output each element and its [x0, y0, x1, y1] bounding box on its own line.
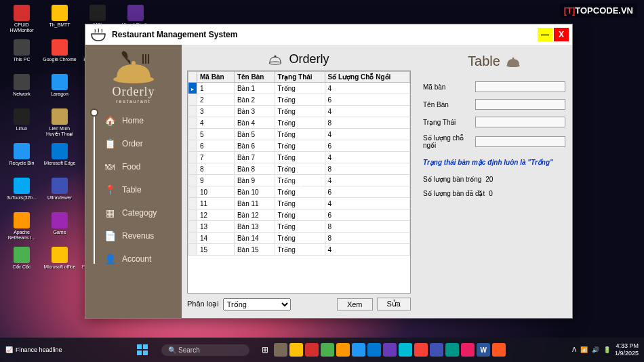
table-row[interactable]: 14Bàn 14Trống8 [188, 233, 410, 244]
desktop-icon[interactable]: 3uTools(32b... [5, 178, 39, 208]
taskbar-search[interactable]: 🔍 Search [161, 344, 249, 356]
table-row[interactable]: 9Bàn 9Trống4 [188, 175, 410, 186]
cell: 3 [197, 106, 235, 117]
table-row[interactable]: 5Bàn 5Trống4 [188, 129, 410, 140]
input-so-luong[interactable] [475, 136, 565, 147]
taskbar-app-6[interactable] [383, 343, 397, 357]
system-tray[interactable]: ᐱ 📶 🔊 🔋 4:33 PM 1/9/2025 [572, 342, 639, 357]
nav-item-home[interactable]: 🏠Home [91, 109, 182, 132]
desktop-icon[interactable]: This PC [5, 39, 39, 70]
desktop-icon[interactable]: Recycle Bin [5, 143, 39, 174]
table-row[interactable]: 11Bàn 11Trống4 [188, 198, 410, 209]
taskbar-app-7[interactable] [399, 343, 412, 357]
taskbar-app-2[interactable] [305, 343, 319, 357]
minimize-button[interactable]: — [538, 28, 552, 41]
start-button[interactable] [135, 342, 150, 357]
taskbar-app-4[interactable] [336, 343, 350, 357]
taskbar-app-9[interactable] [445, 343, 459, 357]
taskbar-clock[interactable]: 4:33 PM 1/9/2025 [615, 342, 639, 357]
column-header[interactable]: Trạng Thái [275, 72, 325, 83]
desktop-icon[interactable]: Th_BMTT [43, 5, 77, 35]
cell: Bàn 11 [234, 198, 275, 209]
app-titlebar[interactable]: Restaurant Management System — X [85, 24, 572, 45]
taskbar-app-10[interactable] [461, 343, 475, 357]
nav-item-order[interactable]: 📋Order [91, 132, 182, 155]
taskbar-app-5[interactable] [352, 343, 365, 357]
volume-icon[interactable]: 🔊 [592, 346, 599, 353]
desktop-icon[interactable]: Google Chrome [43, 39, 77, 70]
table-row[interactable]: 8Bàn 8Trống8 [188, 163, 410, 175]
table-row[interactable]: 1Bàn 1Trống4 [188, 83, 410, 94]
taskbar-edge-icon[interactable] [367, 343, 381, 357]
filter-select[interactable]: Trống [223, 298, 291, 310]
svg-point-1 [132, 61, 136, 65]
news-icon: 📈 [5, 346, 13, 353]
cell: Bàn 4 [234, 117, 275, 129]
nav-item-account[interactable]: 👤Account [91, 247, 182, 270]
tables-datagrid[interactable]: Mã BànTên BànTrạng TháiSố Lượng Chỗ Ngồi… [187, 71, 411, 294]
table-row[interactable]: 12Bàn 12Trống6 [188, 209, 410, 221]
sidebar-nav: 🏠Home📋Order🍽Food📍Table▦Categogy📄Revenus👤… [85, 109, 182, 270]
desktop-icon[interactable]: Network [5, 74, 39, 104]
nav-item-table[interactable]: 📍Table [91, 178, 182, 201]
table-row[interactable]: 2Bàn 2Trống6 [188, 94, 410, 106]
taskbar-app-11[interactable] [492, 343, 506, 357]
column-header[interactable]: Tên Bàn [234, 72, 275, 83]
column-header[interactable]: Số Lượng Chỗ Ngồi [325, 72, 409, 83]
wifi-icon[interactable]: 📶 [580, 346, 588, 353]
cell: 6 [325, 140, 409, 152]
table-row[interactable]: 13Bàn 13Trống8 [188, 221, 410, 233]
desktop-icon[interactable]: Liên Minh Huyền Thoại [43, 108, 77, 139]
desktop-icon[interactable]: Microsoft office [43, 247, 77, 277]
table-row[interactable]: 6Bàn 6Trống6 [188, 140, 410, 152]
table-row[interactable]: 15Bàn 15Trống4 [188, 244, 410, 256]
nav-item-revenue[interactable]: 📄Revenus [91, 224, 182, 247]
cell: Bàn 5 [234, 129, 275, 140]
battery-icon[interactable]: 🔋 [603, 346, 611, 353]
table-row[interactable]: 3Bàn 3Trống4 [188, 106, 410, 117]
taskbar-app-1[interactable] [274, 343, 287, 357]
taskbar-explorer-icon[interactable] [289, 343, 303, 357]
task-view-icon[interactable]: ⊞ [258, 343, 272, 357]
input-ma-ban[interactable] [475, 81, 565, 92]
tray-chevron-icon[interactable]: ᐱ [572, 346, 576, 353]
column-header[interactable]: Mã Bàn [197, 72, 235, 83]
table-row[interactable]: 10Bàn 10Trống6 [188, 186, 410, 198]
cell: Trống [275, 106, 325, 117]
taskbar-chrome-icon[interactable] [414, 343, 428, 357]
taskbar-app-3[interactable] [321, 343, 334, 357]
desktop-icon[interactable]: Game [43, 212, 77, 243]
desktop-icon[interactable]: Linux [5, 108, 39, 139]
table-icon: 📍 [103, 183, 117, 197]
desktop-icon[interactable]: Apache NetBeans I... [5, 212, 39, 243]
field-label-trangthai: Trạng Thái [423, 119, 475, 126]
close-button[interactable]: X [554, 28, 569, 41]
app-title: Restaurant Management System [112, 30, 536, 39]
desktop-icon[interactable]: Cốc Cốc [5, 247, 39, 277]
desktop-icon[interactable]: CPUID HWMonitor [5, 5, 39, 35]
cell: 8 [325, 117, 409, 129]
cell: 15 [197, 244, 235, 256]
desktop-icon[interactable]: Microsoft Edge [43, 143, 77, 174]
category-icon: ▦ [103, 206, 117, 220]
desktop-icon[interactable]: UltraViewer [43, 178, 77, 208]
taskbar-word-icon[interactable]: W [477, 343, 490, 357]
desktop-icon[interactable]: Laragon [43, 74, 77, 104]
svg-rect-11 [137, 350, 142, 355]
input-trang-thai[interactable] [475, 117, 565, 127]
clock-time: 4:33 PM [615, 342, 639, 350]
cell: 8 [325, 221, 409, 233]
table-row[interactable]: 7Bàn 7Trống4 [188, 152, 410, 163]
nav-item-category[interactable]: ▦Categogy [91, 201, 182, 224]
view-button[interactable]: Xem [337, 298, 373, 310]
nav-item-food[interactable]: 🍽Food [91, 155, 182, 178]
svg-rect-9 [137, 344, 142, 349]
input-ten-ban[interactable] [475, 99, 565, 110]
nav-active-dot [90, 108, 98, 117]
taskbar-app-8[interactable] [430, 343, 443, 357]
taskbar-news-widget[interactable]: 📈 Finance headline [5, 346, 62, 353]
table-row[interactable]: 4Bàn 4Trống8 [188, 117, 410, 129]
cell: Bàn 10 [234, 186, 275, 198]
cell: 13 [197, 221, 235, 233]
edit-button[interactable]: Sửa [377, 298, 411, 310]
